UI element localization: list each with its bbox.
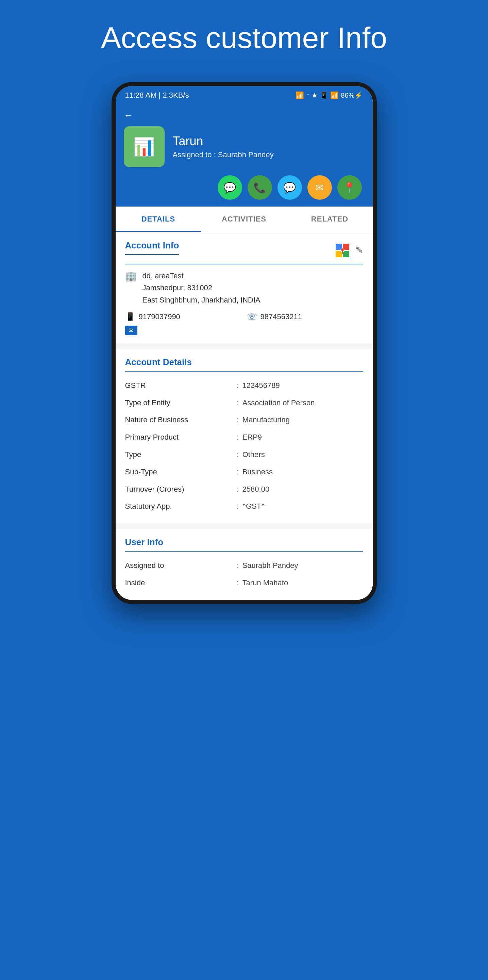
phone-number: 9874563211 [260, 312, 302, 321]
account-details-table: GSTR : 123456789 Type of Entity : Associ… [125, 377, 363, 515]
phone-screen: 11:28 AM | 2.3KB/s 📶 ↑ ★ 📱 📶 86%⚡ ← 📊 [116, 86, 373, 600]
field-value-statutory: ^GST^ [242, 501, 265, 512]
hero-title: Access customer Info [67, 21, 421, 55]
email-envelope-icon: ✉ [125, 326, 137, 335]
field-label-inside: Inside [125, 578, 232, 588]
table-row: Nature of Business : Manufacturing [125, 411, 363, 429]
table-row: Primary Product : ERP9 [125, 429, 363, 446]
email-button[interactable]: ✉ [307, 175, 332, 200]
table-row: Sub-Type : Business [125, 463, 363, 481]
table-row: Statutory App. : ^GST^ [125, 498, 363, 515]
account-avatar: 📊 [124, 126, 165, 167]
svg-point-6 [341, 248, 344, 251]
phone-contact-icon: ☏ [247, 312, 257, 321]
field-value-type: Others [242, 450, 265, 460]
location-button[interactable]: 📍 [337, 175, 362, 200]
message-button[interactable]: 💬 [277, 175, 302, 200]
status-icons: 📶 ↑ ★ 📱 📶 86%⚡ [296, 91, 363, 99]
bluetooth-icon: ★ [312, 91, 318, 99]
mobile-number: 9179037990 [139, 312, 180, 321]
field-label-type: Type [125, 450, 232, 460]
address-block: 🏢 dd, areaTest Jamshedpur, 831002 East S… [125, 270, 363, 306]
field-label-turnover: Turnover (Crores) [125, 484, 232, 495]
status-time: 11:28 AM | 2.3KB/s [125, 91, 189, 100]
field-label-business: Nature of Business [125, 415, 232, 425]
tab-activities[interactable]: ACTIVITIES [201, 207, 287, 232]
account-details-title: Account Details [125, 357, 363, 372]
message-icon: 💬 [283, 182, 296, 194]
account-info-header: Account Info [125, 240, 363, 264]
account-profile: 📊 Tarun Assigned to : Saurabh Pandey [124, 126, 364, 167]
table-row: Type of Entity : Association of Person [125, 395, 363, 412]
account-info-actions: ✎ [335, 243, 363, 258]
field-value-entity: Association of Person [242, 398, 315, 408]
mobile-contact: 📱 9179037990 [125, 312, 241, 321]
account-name-block: Tarun Assigned to : Saurabh Pandey [173, 134, 274, 159]
user-info-title: User Info [125, 537, 363, 552]
whatsapp-icon: 💬 [223, 182, 236, 194]
tab-related[interactable]: RELATED [287, 207, 373, 232]
field-value-assigned: Saurabh Pandey [242, 560, 298, 571]
field-label-statutory: Statutory App. [125, 501, 232, 512]
account-info-title: Account Info [125, 240, 179, 255]
email-row: ✉ [125, 326, 363, 335]
phone-wrapper: 11:28 AM | 2.3KB/s 📶 ↑ ★ 📱 📶 86%⚡ ← 📊 [0, 82, 488, 604]
avatar-chart-icon: 📊 [133, 137, 155, 157]
sim-icon: 📱 [320, 91, 328, 99]
contact-numbers-row: 📱 9179037990 ☏ 9874563211 [125, 312, 363, 321]
account-info-card: Account Info [116, 232, 373, 343]
google-maps-icon[interactable] [335, 243, 350, 258]
user-info-card: User Info Assigned to : Saurabh Pandey I… [116, 529, 373, 600]
address-line1: dd, areaTest [143, 270, 260, 282]
address-line2: Jamshedpur, 831002 [143, 282, 260, 294]
field-label-assigned: Assigned to [125, 560, 232, 571]
address-text: dd, areaTest Jamshedpur, 831002 East Sin… [143, 270, 260, 306]
field-label-subtype: Sub-Type [125, 467, 232, 477]
field-value-turnover: 2580.00 [242, 484, 270, 495]
field-label-gstr: GSTR [125, 380, 232, 391]
edit-icon[interactable]: ✎ [355, 245, 363, 256]
location-icon-status: ↑ [306, 92, 309, 99]
back-button[interactable]: ← [124, 110, 364, 121]
table-row: Inside : Tarun Mahato [125, 574, 363, 592]
field-value-subtype: Business [242, 467, 273, 477]
field-label-entity: Type of Entity [125, 398, 232, 408]
phone-button[interactable]: 📞 [247, 175, 272, 200]
mobile-icon: 📱 [125, 312, 135, 321]
field-value-gstr: 123456789 [242, 380, 280, 391]
account-name: Tarun [173, 134, 274, 148]
tab-details[interactable]: DETAILS [116, 207, 201, 232]
address-line3: East Singhbhum, Jharkhand, INDIA [143, 294, 260, 306]
table-row: Type : Others [125, 446, 363, 463]
table-row: GSTR : 123456789 [125, 377, 363, 395]
phone-icon: 📞 [254, 182, 266, 194]
user-info-table: Assigned to : Saurabh Pandey Inside : Ta… [125, 557, 363, 592]
account-assigned: Assigned to : Saurabh Pandey [173, 150, 274, 159]
table-row: Turnover (Crores) : 2580.00 [125, 481, 363, 498]
action-buttons-row: 💬 📞 💬 ✉ 📍 [116, 175, 373, 207]
field-value-inside: Tarun Mahato [242, 578, 288, 588]
field-label-product: Primary Product [125, 432, 232, 443]
phone-contact: ☏ 9874563211 [247, 312, 363, 321]
status-bar: 11:28 AM | 2.3KB/s 📶 ↑ ★ 📱 📶 86%⚡ [116, 86, 373, 105]
phone-frame: 11:28 AM | 2.3KB/s 📶 ↑ ★ 📱 📶 86%⚡ ← 📊 [111, 82, 377, 604]
app-header: ← 📊 Tarun Assigned to : Saurabh Pandey [116, 105, 373, 175]
wifi-icon: 📶 [296, 91, 304, 99]
building-icon: 🏢 [125, 270, 137, 282]
account-details-card: Account Details GSTR : 123456789 Type of… [116, 349, 373, 523]
content-area: Account Info [116, 232, 373, 600]
field-value-product: ERP9 [242, 432, 262, 443]
table-row: Assigned to : Saurabh Pandey [125, 557, 363, 574]
whatsapp-button[interactable]: 💬 [218, 175, 242, 200]
battery-icon: 86%⚡ [341, 91, 363, 99]
field-value-business: Manufacturing [242, 415, 290, 425]
location-pin-icon: 📍 [343, 182, 356, 194]
signal-icon: 📶 [330, 91, 339, 99]
email-icon: ✉ [315, 182, 324, 194]
tabs-bar: DETAILS ACTIVITIES RELATED [116, 207, 373, 232]
